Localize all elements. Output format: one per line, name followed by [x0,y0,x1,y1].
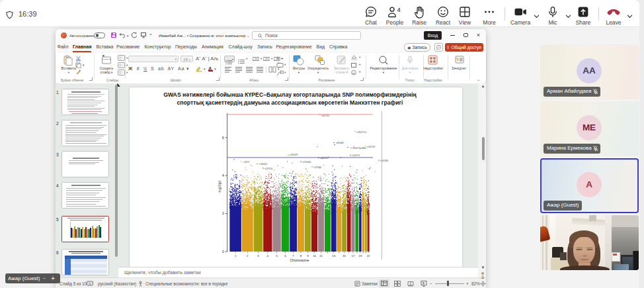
svg-text:rs11549465: rs11549465 [302,161,311,164]
svg-text:7: 7 [292,254,294,258]
svg-text:rs1042714: rs1042714 [352,154,360,157]
svg-text:15: 15 [342,254,346,258]
svg-text:6: 6 [284,254,286,258]
svg-text:Chromosome: Chromosome [290,259,309,262]
svg-text:rs2070744: rs2070744 [264,168,273,170]
svg-text:11: 11 [319,254,323,258]
svg-text:rs7181866: rs7181866 [313,166,322,169]
svg-text:3: 3 [257,254,259,258]
svg-text:4: 4 [222,173,224,177]
svg-text:4: 4 [397,6,401,13]
svg-text:1: 1 [235,254,237,258]
svg-text:rs4917014: rs4917014 [321,115,330,117]
svg-text:9: 9 [307,254,309,258]
svg-text:2: 2 [247,254,249,258]
svg-text:rs699-AGT: rs699-AGT [336,142,344,144]
svg-text:4: 4 [267,254,269,258]
svg-text:22: 22 [367,254,370,258]
svg-text:rs35767: rs35767 [243,161,250,164]
svg-text:rs1800779-G: rs1800779-G [356,131,366,134]
svg-text:rs2016520: rs2016520 [320,157,329,160]
svg-text:17: 17 [352,254,355,258]
svg-text:rs1815739: rs1815739 [367,146,376,148]
svg-text:-log10(p): -log10(p) [218,180,221,193]
svg-text:8: 8 [300,254,302,258]
svg-text:5: 5 [276,254,278,258]
svg-text:2: 2 [222,211,224,215]
svg-text:10: 10 [313,254,316,258]
svg-text:13: 13 [332,254,335,258]
svg-text:rs1042713 rs4343: rs1042713 rs4343 [352,147,366,150]
svg-text:rs4644994: rs4644994 [380,160,389,162]
svg-text:rs1800012: rs1800012 [259,163,268,166]
svg-text:0: 0 [222,250,224,254]
svg-text:6: 6 [222,136,224,140]
svg-text:rs8192678: rs8192678 [290,154,298,156]
svg-text:19: 19 [358,254,362,258]
